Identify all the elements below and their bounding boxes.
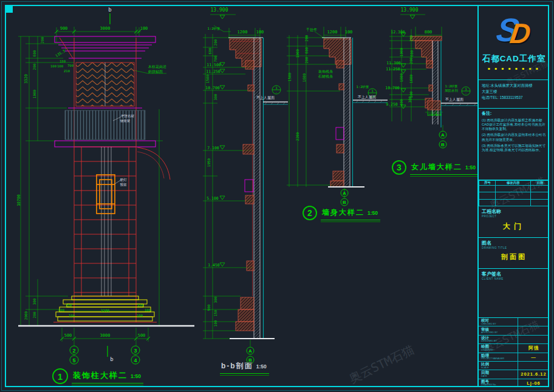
dim-label: 400: [400, 100, 403, 106]
dim-label: 2200: [296, 132, 299, 141]
caption-column-detail: 1 装饰柱大样二1:50: [52, 368, 143, 384]
dim-label: 木纹花岗岩: [148, 65, 166, 69]
field-label-en: SCALE: [481, 367, 518, 370]
field-label-en: CHECKED BY: [481, 323, 518, 326]
drawing-title-value: 剖面图: [479, 252, 549, 262]
phone-line: 电话/TEL: 15833119537: [482, 95, 546, 101]
client-label-en: CLIENT NAME: [482, 277, 546, 280]
dim-label: 10700: [17, 194, 21, 206]
notes-section: 备注: (1) 图纸所载设计内容及版权之权属石都CAD设计工作室所有,未经本公司…: [479, 109, 549, 180]
field-value: —: [518, 353, 549, 361]
dim-label: 加防水剂: [445, 89, 458, 93]
dim-label: 13.900: [211, 8, 228, 13]
dim-label: 500: [64, 334, 72, 338]
field-value: [518, 326, 549, 334]
field-label-en: DRAWING No.: [481, 384, 518, 387]
dim-label: 200: [33, 312, 36, 319]
dim-label: 10.700: [385, 86, 399, 90]
dim-label: 1600: [400, 73, 403, 82]
dim-label: 100: [214, 320, 217, 327]
title-block: SD 石都CAD工作室 ■ ■ ■ ■ ■ ■ ■ ■ 地址:水头镇康发大厦对面…: [477, 5, 549, 387]
studio-address: 地址:水头镇康发大厦对面骑楼 大厦三楼 电话/TEL: 15833119537: [479, 80, 549, 109]
dim-label: 200: [305, 57, 309, 64]
drawing-title-label-en: DRAWING TITLE: [482, 246, 546, 249]
caption-parapet-detail: 3 女儿墙大样二1:50: [392, 160, 478, 175]
dim-label: 700: [214, 56, 217, 63]
dim-label: 1500: [206, 75, 210, 83]
caption-scale: 1:50: [368, 210, 378, 216]
rev-col-content: 修改内容: [496, 181, 531, 186]
field-row-designed: 设计DESIGNED BY: [479, 336, 549, 344]
grid-bubble: 4: [131, 356, 140, 365]
field-label-en: DRAWN BY: [481, 349, 518, 352]
studio-tagline: ■ ■ ■ ■ ■ ■ ■ ■: [479, 67, 549, 70]
note-item: (3) 图纸所标各类尺寸以施工现场实际尺寸为准,核定明细,所有尺寸均以图纸标示。: [482, 144, 546, 153]
field-row-approved: 审核APPROVED BY: [479, 326, 549, 335]
project-name: 大门: [479, 221, 549, 232]
grid-bubble: 3: [131, 346, 140, 355]
dim-label: 1200: [327, 30, 338, 35]
caption-title: b-b剖面: [221, 362, 253, 370]
dim-label: 斜拼贴面: [148, 70, 163, 73]
notes-title: 备注:: [482, 110, 546, 117]
grid-bubble: B: [439, 141, 447, 149]
dim-label: 200: [33, 64, 36, 70]
caption-title: 装饰柱大样二: [73, 371, 128, 380]
studio-logo: SD: [479, 7, 549, 52]
client-signature-section: 客户签名 CLIENT NAME: [479, 269, 549, 318]
address-line: 大厦三楼: [482, 89, 546, 95]
caption-section-bb: b-b剖面1:50: [220, 360, 269, 374]
caption-scale: 1:50: [256, 363, 267, 370]
dim-label: 不上人屋面: [358, 95, 376, 99]
dim-label: 100: [145, 309, 151, 313]
field-value: 2021.6.12: [518, 370, 549, 378]
grid-bubble: 2: [70, 346, 79, 355]
dim-label: 1200: [238, 30, 248, 35]
dim-label: 11.250: [386, 67, 400, 72]
dim-label: 150: [214, 310, 217, 317]
dim-label: 3000: [100, 334, 111, 338]
dim-label: 3320: [24, 74, 29, 84]
dim-label: 1:2砂浆: [208, 27, 221, 31]
dim-label: 1950: [207, 158, 211, 167]
field-value: 阿强: [518, 344, 549, 352]
drawing-title-section: 图名 DRAWING TITLE 剖面图: [479, 238, 549, 269]
cad-drawing-canvas: [0, 0, 554, 392]
studio-name: 石都CAD工作室: [479, 53, 549, 64]
dim-label: 100: [345, 30, 353, 35]
dim-label: 100: [137, 314, 143, 318]
caption-number: 1: [52, 368, 68, 384]
caption-scale: 1:50: [465, 164, 476, 171]
dim-label: 装饰线条: [318, 70, 333, 73]
field-row-date: 日期DATE 2021.6.12: [479, 370, 549, 379]
dim-label: 3000: [100, 27, 111, 31]
field-row-number: 图号DRAWING No. Lj-06: [479, 379, 549, 387]
field-row-scale: 比例SCALE: [479, 362, 549, 370]
dim-label: 900: [207, 305, 211, 311]
dim-label: 1000: [296, 49, 299, 58]
dim-label: 600: [33, 50, 36, 57]
dim-label: 600: [305, 47, 309, 54]
caption-title: 墙身大样二: [322, 208, 364, 217]
dim-label: 180: [60, 60, 66, 64]
field-value: [518, 336, 549, 343]
dim-label: 不上人屋面: [256, 96, 275, 100]
dim-label: -: [275, 91, 277, 94]
field-label-en: DATE: [481, 375, 518, 378]
dim-label: 150: [137, 304, 143, 308]
dim-label: 600: [208, 48, 212, 55]
dim-label: 800: [425, 30, 433, 35]
dim-label: 2000: [24, 311, 28, 320]
caption-number: 3: [392, 160, 406, 175]
dim-label: 200: [214, 39, 217, 46]
dim-label: 13.900: [401, 8, 419, 13]
dim-label: 1000: [400, 48, 403, 56]
dim-label: 干挂石材: [121, 115, 134, 118]
revision-table: 序号 修改内容 日期: [479, 180, 549, 206]
dim-label: 11.500: [207, 63, 221, 67]
field-label-en: PROJECT MANAGER: [481, 357, 518, 360]
grid-bubble: B: [341, 198, 349, 206]
grid-bubble: A: [247, 347, 255, 355]
dim-label: 700: [67, 64, 74, 68]
rev-row: [479, 199, 549, 206]
